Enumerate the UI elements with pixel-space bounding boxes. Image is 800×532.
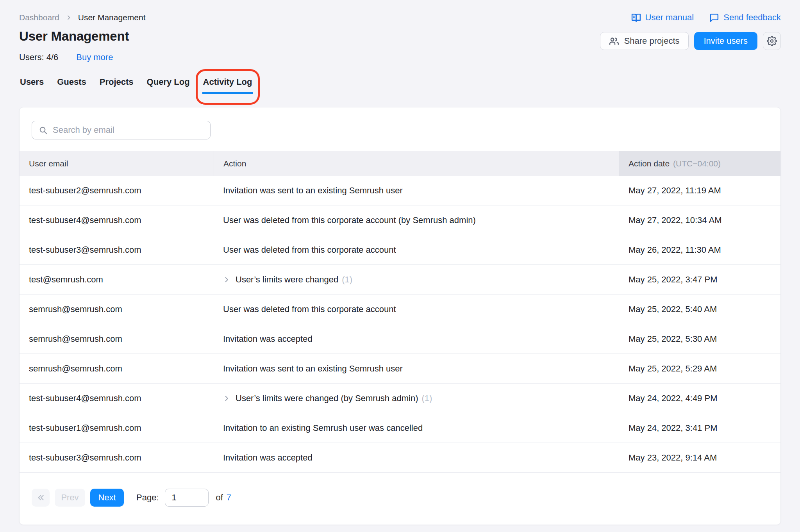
column-header-action-date[interactable]: Action date (UTC−04:00) bbox=[619, 151, 780, 176]
settings-button[interactable] bbox=[763, 32, 781, 50]
page-label: Page: bbox=[136, 493, 159, 503]
send-feedback-link[interactable]: Send feedback bbox=[709, 12, 781, 23]
row-date: May 23, 2022, 9:14 AM bbox=[619, 443, 780, 472]
row-action: User was deleted from this corporate acc… bbox=[214, 295, 619, 324]
title-block: User Management Users: 4/6 Buy more bbox=[19, 29, 129, 62]
breadcrumb-current: User Management bbox=[78, 13, 146, 22]
breadcrumb-chevron-icon bbox=[66, 14, 72, 21]
nested-events-count: (1) bbox=[421, 393, 432, 403]
activity-log-panel: User email Action Action date (UTC−04:00… bbox=[19, 107, 781, 525]
table-row: test-subuser2@semrush.com Invitation was… bbox=[20, 176, 780, 205]
row-date: May 25, 2022, 5:30 AM bbox=[619, 324, 780, 353]
nested-events-count: (1) bbox=[342, 275, 352, 285]
row-action: Invitation was sent to an existing Semru… bbox=[214, 176, 619, 205]
pagination-bar: Prev Next Page: of 7 bbox=[20, 489, 780, 507]
page-total-group: of 7 bbox=[216, 493, 232, 503]
row-date: May 25, 2022, 5:29 AM bbox=[619, 354, 780, 383]
activity-log-highlight-annotation bbox=[196, 69, 260, 105]
table-row: test@semrush.com User’s limits were chan… bbox=[20, 265, 780, 295]
gear-icon bbox=[767, 36, 777, 46]
table-row: semrush@semrush.com Invitation was accep… bbox=[20, 324, 780, 354]
page-title: User Management bbox=[19, 29, 129, 44]
user-manual-link[interactable]: User manual bbox=[631, 12, 694, 23]
share-projects-button[interactable]: Share projects bbox=[600, 32, 689, 50]
table-body: test-subuser2@semrush.com Invitation was… bbox=[20, 176, 780, 473]
row-action: Invitation to an existing Semrush user w… bbox=[214, 413, 619, 443]
column-header-user-email: User email bbox=[20, 151, 214, 176]
row-email: test-subuser2@semrush.com bbox=[20, 176, 214, 205]
column-header-action: Action bbox=[214, 151, 619, 176]
row-email: test@semrush.com bbox=[20, 265, 214, 294]
row-email: semrush@semrush.com bbox=[20, 295, 214, 324]
of-label: of bbox=[216, 493, 223, 503]
tab-bar: Users Guests Projects Query Log Activity… bbox=[0, 72, 800, 94]
row-action: Invitation was accepted bbox=[214, 324, 619, 353]
tab-query-log[interactable]: Query Log bbox=[146, 72, 191, 94]
search-icon bbox=[39, 126, 48, 135]
prev-page-button[interactable]: Prev bbox=[55, 489, 85, 507]
first-page-button[interactable] bbox=[32, 489, 50, 507]
timezone-suffix: (UTC−04:00) bbox=[673, 159, 721, 168]
expand-chevron-icon[interactable] bbox=[223, 276, 230, 283]
double-chevron-left-icon bbox=[36, 493, 45, 502]
header-actions: Share projects Invite users bbox=[600, 32, 781, 50]
tab-activity-log[interactable]: Activity Log bbox=[202, 72, 253, 94]
row-email: semrush@semrush.com bbox=[20, 324, 214, 353]
row-email: test-subuser3@semrush.com bbox=[20, 235, 214, 264]
row-action-expandable[interactable]: User’s limits were changed (by Semrush a… bbox=[214, 384, 619, 413]
row-email: test-subuser3@semrush.com bbox=[20, 443, 214, 472]
row-date: May 27, 2022, 11:19 AM bbox=[619, 176, 780, 205]
row-date: May 24, 2022, 4:49 PM bbox=[619, 384, 780, 413]
tab-users[interactable]: Users bbox=[19, 72, 45, 94]
search-area bbox=[20, 107, 780, 151]
page-number-input[interactable] bbox=[165, 489, 209, 507]
row-action: User was deleted from this corporate acc… bbox=[214, 235, 619, 264]
row-action: Invitation was sent to an existing Semru… bbox=[214, 354, 619, 383]
table-row: test-subuser4@semrush.com User’s limits … bbox=[20, 384, 780, 413]
row-date: May 25, 2022, 5:40 AM bbox=[619, 295, 780, 324]
search-input[interactable] bbox=[53, 125, 204, 135]
row-email: test-subuser4@semrush.com bbox=[20, 384, 214, 413]
table-header: User email Action Action date (UTC−04:00… bbox=[20, 151, 780, 176]
row-action: Invitation was accepted bbox=[214, 443, 619, 472]
expand-chevron-icon[interactable] bbox=[223, 395, 230, 402]
table-row: test-subuser1@semrush.com Invitation to … bbox=[20, 413, 780, 443]
row-date: May 26, 2022, 11:30 AM bbox=[619, 235, 780, 264]
row-email: test-subuser1@semrush.com bbox=[20, 413, 214, 443]
tab-projects[interactable]: Projects bbox=[99, 72, 134, 94]
row-date: May 24, 2022, 3:41 PM bbox=[619, 413, 780, 443]
row-action: User was deleted from this corporate acc… bbox=[214, 205, 619, 235]
users-count: Users: 4/6 bbox=[19, 52, 58, 62]
title-row: User Management Users: 4/6 Buy more Shar… bbox=[0, 29, 800, 62]
row-action-expandable[interactable]: User’s limits were changed (1) bbox=[214, 265, 619, 294]
table-row: test-subuser4@semrush.com User was delet… bbox=[20, 205, 780, 235]
table-row: test-subuser3@semrush.com Invitation was… bbox=[20, 443, 780, 473]
row-email: test-subuser4@semrush.com bbox=[20, 205, 214, 235]
feedback-bubble-icon bbox=[709, 13, 719, 23]
book-icon bbox=[631, 13, 641, 23]
tab-guests[interactable]: Guests bbox=[56, 72, 87, 94]
invite-users-button[interactable]: Invite users bbox=[694, 32, 758, 50]
next-page-button[interactable]: Next bbox=[90, 489, 124, 507]
table-row: semrush@semrush.com Invitation was sent … bbox=[20, 354, 780, 384]
breadcrumb-dashboard-link[interactable]: Dashboard bbox=[19, 13, 59, 22]
header-links: User manual Send feedback bbox=[631, 12, 781, 23]
row-email: semrush@semrush.com bbox=[20, 354, 214, 383]
total-pages-link[interactable]: 7 bbox=[227, 493, 231, 503]
table-row: test-subuser3@semrush.com User was delet… bbox=[20, 235, 780, 265]
users-quota-line: Users: 4/6 Buy more bbox=[19, 52, 129, 62]
row-date: May 27, 2022, 10:34 AM bbox=[619, 205, 780, 235]
breadcrumb: Dashboard User Management bbox=[19, 13, 145, 22]
table-row: semrush@semrush.com User was deleted fro… bbox=[20, 295, 780, 324]
buy-more-link[interactable]: Buy more bbox=[76, 52, 113, 62]
top-bar: Dashboard User Management User manual Se… bbox=[0, 0, 800, 23]
search-box[interactable] bbox=[32, 121, 211, 139]
people-icon bbox=[609, 36, 619, 46]
row-date: May 25, 2022, 3:47 PM bbox=[619, 265, 780, 294]
